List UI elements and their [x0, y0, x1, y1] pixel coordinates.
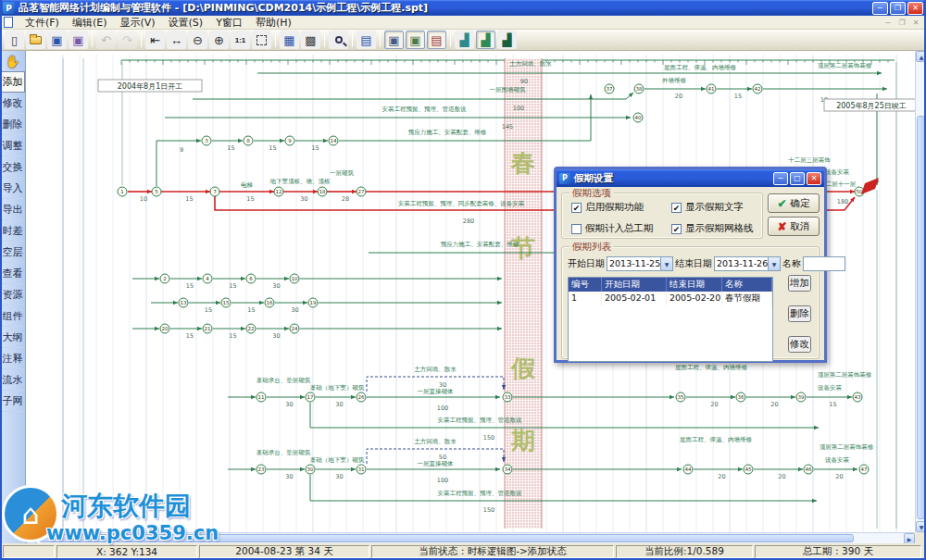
diagram-node[interactable]: 24	[290, 324, 299, 333]
actual-size-button[interactable]: 1:1	[231, 31, 250, 49]
window-split-button[interactable]: ▤	[427, 31, 446, 49]
diagram-node[interactable]: 34	[503, 465, 512, 474]
column-header-0[interactable]: 编号	[569, 278, 602, 292]
diagram-node[interactable]: 7	[210, 187, 219, 196]
chevron-down-icon[interactable]: ▼	[660, 257, 672, 270]
dialog-close-button[interactable]: ✕	[807, 172, 821, 185]
child-restore-button[interactable]: ❐	[895, 17, 908, 28]
menu-item-0[interactable]: 文件(F)	[19, 16, 66, 30]
print-preview-button[interactable]	[329, 31, 348, 49]
diagram-node[interactable]: 38	[634, 84, 644, 93]
delete-button[interactable]: 删除	[788, 305, 811, 322]
sidebar-item-9[interactable]: 查看	[0, 263, 25, 284]
diagram-node[interactable]: 31	[357, 465, 366, 474]
horizontal-scroll-thumb[interactable]	[39, 534, 854, 542]
sidebar-item-14[interactable]: 流水	[0, 369, 25, 391]
diagram-node[interactable]: 18	[318, 187, 327, 196]
diagram-node[interactable]: 35	[676, 392, 685, 402]
redo-button[interactable]: ↷	[118, 31, 137, 49]
diagram-node[interactable]: 4	[203, 274, 212, 283]
window-cascade-button[interactable]: ▣	[406, 31, 425, 49]
open-button[interactable]	[26, 31, 45, 49]
menu-item-5[interactable]: 帮助(H)	[249, 16, 298, 30]
column-header-2[interactable]: 结束日期	[667, 278, 722, 292]
diagram-node[interactable]: 2	[160, 274, 169, 283]
undo-button[interactable]: ↶	[96, 31, 116, 49]
checkbox-2[interactable]: 假期计入总工期	[571, 222, 671, 235]
sidebar-item-15[interactable]: 子网	[0, 391, 25, 412]
diagram-node[interactable]: 14	[329, 136, 338, 145]
new-button[interactable]: ▯	[5, 31, 24, 49]
horizontal-scrollbar[interactable]: ◀ ▶	[26, 532, 915, 543]
close-button[interactable]: ✕	[907, 2, 923, 15]
menu-item-1[interactable]: 编辑(E)	[66, 16, 114, 30]
column-header-3[interactable]: 名称	[722, 278, 772, 292]
minimize-button[interactable]: ─	[872, 2, 888, 15]
dialog-maximize-button[interactable]: □	[790, 172, 805, 185]
window-tile-button[interactable]: ▣	[384, 31, 404, 49]
cancel-button[interactable]: ✘ 取消	[768, 217, 820, 236]
diagram-node[interactable]: 20	[160, 324, 169, 333]
diagram-node[interactable]: 6	[246, 274, 256, 283]
diagram-node[interactable]: 33	[503, 392, 512, 402]
table-row[interactable]: 12005-02-012005-02-20春节假期	[569, 292, 772, 305]
holiday-name-input[interactable]	[803, 256, 845, 271]
sidebar-item-6[interactable]: 导出	[0, 199, 25, 220]
diagram-node[interactable]: 44	[683, 465, 693, 474]
sidebar-item-0[interactable]: 添加	[0, 71, 25, 93]
sidebar-item-11[interactable]: 组件	[0, 305, 25, 327]
diagram-node[interactable]: 46	[804, 465, 813, 474]
diagram-node[interactable]: 3	[202, 136, 211, 145]
chevron-down-icon[interactable]: ▼	[768, 257, 780, 270]
diagram-node[interactable]: 10	[290, 274, 299, 283]
diagram-node[interactable]: 12	[274, 187, 283, 196]
scroll-down-icon[interactable]: ▼	[916, 521, 926, 532]
diagram-node[interactable]: 19	[308, 298, 318, 307]
table-button[interactable]: ▦	[280, 31, 299, 49]
chart-green-button[interactable]: ▟	[476, 31, 495, 49]
child-minimize-button[interactable]: ─	[882, 17, 895, 28]
diagram-node[interactable]: 43	[853, 392, 862, 402]
diagram-node[interactable]: 11	[257, 392, 266, 402]
checkbox-3[interactable]: ✔显示假期网格线	[671, 222, 771, 235]
sidebar-item-1[interactable]: 修改	[0, 93, 25, 114]
menu-item-4[interactable]: Y窗口	[209, 16, 249, 30]
save-plus-button[interactable]: ▣	[69, 31, 88, 49]
go-start-button[interactable]: ⇤	[145, 31, 165, 49]
add-button[interactable]: 增加	[788, 275, 811, 292]
diagram-node[interactable]: 41	[707, 84, 716, 93]
checkbox-box-icon[interactable]	[571, 224, 582, 234]
diagram-node[interactable]: 40	[633, 113, 643, 122]
diagram-node[interactable]: 27	[357, 187, 366, 196]
checkbox-1[interactable]: ✔显示假期文字	[671, 201, 771, 214]
diagram-node[interactable]: 39	[796, 392, 806, 402]
diagram-node[interactable]: 13	[179, 298, 188, 307]
fit-screen-button[interactable]	[252, 31, 271, 49]
diagram-node[interactable]: 23	[257, 465, 266, 474]
dialog-title-bar[interactable]: P 假期设置 ─□✕	[557, 169, 824, 187]
diagram-node[interactable]: 21	[203, 324, 212, 333]
checkbox-box-icon[interactable]: ✔	[571, 203, 582, 213]
diagram-node[interactable]: 36	[736, 392, 745, 402]
sidebar-item-10[interactable]: 资源	[0, 284, 25, 305]
zoom-in-button[interactable]: ⊕	[209, 31, 229, 49]
diagram-node[interactable]: 1	[118, 187, 127, 196]
diagram-node[interactable]: 45	[744, 465, 753, 474]
diagram-node[interactable]: 5	[152, 187, 161, 196]
checkbox-box-icon[interactable]: ✔	[671, 224, 682, 234]
end-date-combo[interactable]: 2013-11-26▼	[714, 256, 781, 271]
calculator-button[interactable]: ▩	[301, 31, 320, 49]
diagram-node[interactable]: 22	[246, 324, 256, 333]
sidebar-item-5[interactable]: 导入	[0, 178, 25, 199]
sidebar-item-7[interactable]: 时差	[0, 220, 25, 242]
menu-item-3[interactable]: 设置(S)	[162, 16, 210, 30]
chart-dark-button[interactable]: ▟	[497, 31, 517, 49]
pan-hand-icon[interactable]: ✋	[0, 51, 25, 71]
sidebar-item-3[interactable]: 调整	[0, 135, 25, 156]
diagram-node[interactable]: 9	[285, 136, 294, 145]
ok-button[interactable]: ✔ 确定	[768, 193, 820, 213]
sidebar-item-2[interactable]: 删除	[0, 114, 25, 135]
start-date-combo[interactable]: 2013-11-25▼	[607, 256, 673, 271]
sidebar-item-12[interactable]: 大纲	[0, 327, 25, 348]
menu-item-2[interactable]: 显示(V)	[113, 16, 161, 30]
